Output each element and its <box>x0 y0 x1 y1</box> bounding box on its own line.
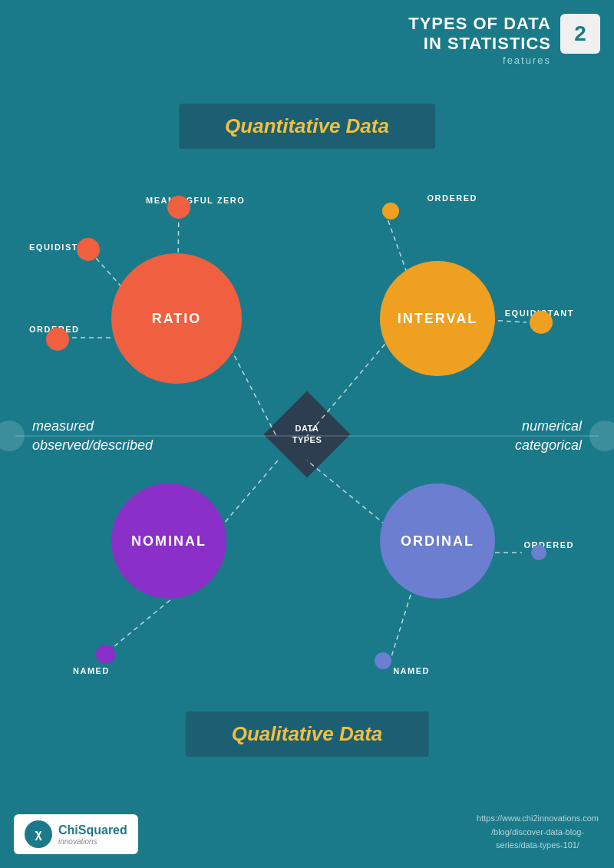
circle-interval: INTERVAL <box>380 261 495 376</box>
side-dot-right <box>589 421 614 451</box>
dot-interval-ordered <box>382 203 399 219</box>
svg-line-9 <box>105 595 177 654</box>
banner-qualitative: Qualitative Data <box>186 711 429 757</box>
logo-sub: innovations <box>58 837 127 846</box>
circle-nominal: NOMINAL <box>111 484 226 599</box>
circle-ordinal: ORDINAL <box>380 484 495 599</box>
label-interval-ordered: ORDERED <box>427 193 477 203</box>
footer-logo: χ ChiSquared innovations <box>14 814 138 854</box>
circle-ratio: RATIO <box>111 253 242 384</box>
footer-url: https://www.chi2innovations.com /blog/di… <box>477 812 599 853</box>
label-nominal-named: NAMED <box>73 666 110 675</box>
logo-main: ChiSquared <box>58 823 127 837</box>
title-block: TYPES OF DATA IN STATISTICS features <box>408 14 551 66</box>
dot-interval-equidistant <box>530 311 553 334</box>
text-observed: observed/described <box>32 437 153 454</box>
header: TYPES OF DATA IN STATISTICS features 2 <box>408 0 614 66</box>
dot-nominal-named <box>96 645 115 664</box>
dot-ordinal-named <box>375 652 391 669</box>
title-line2: IN STATISTICS <box>408 34 551 54</box>
svg-line-11 <box>390 595 411 662</box>
banner-quantitative: Quantitative Data <box>179 104 435 149</box>
dot-ratio-meaningful-zero <box>167 196 190 219</box>
side-dot-left <box>0 421 25 451</box>
center-label: DATATYPES <box>292 422 322 446</box>
logo-text: ChiSquared innovations <box>58 823 127 846</box>
title-line1: TYPES OF DATA <box>408 14 551 34</box>
text-measured: measured <box>32 418 94 434</box>
text-categorical: categorical <box>515 437 582 454</box>
page-number: 2 <box>560 14 600 54</box>
label-ratio-meaningful-zero: MEANINGFUL ZERO <box>146 196 245 205</box>
dot-ratio-equidistant <box>77 238 100 261</box>
logo-icon: χ <box>25 820 52 848</box>
title-subtitle: features <box>408 54 551 66</box>
text-numerical: numerical <box>522 418 582 434</box>
dot-ratio-ordered <box>46 328 69 351</box>
dot-ordinal-ordered <box>531 545 546 560</box>
label-ordinal-named: NAMED <box>393 666 430 675</box>
svg-line-7 <box>385 213 407 272</box>
